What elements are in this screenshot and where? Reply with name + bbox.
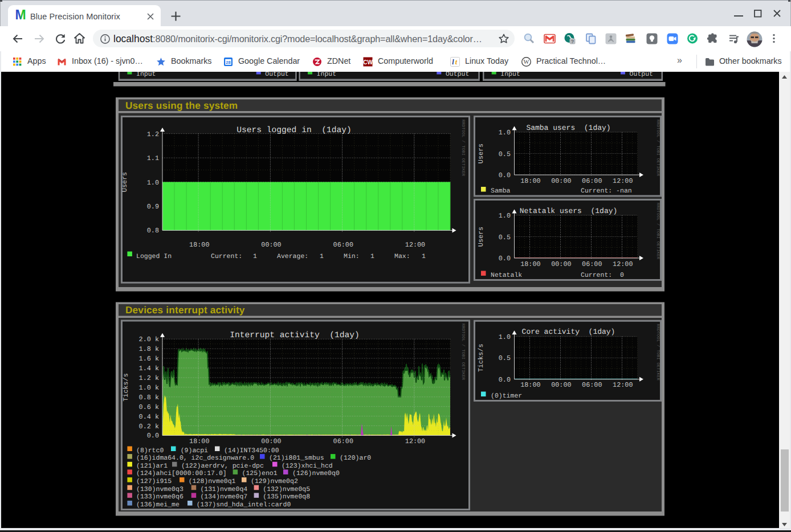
svg-text:1.8 k: 1.8 k bbox=[139, 345, 159, 353]
svg-text:Ticks/s: Ticks/s bbox=[477, 344, 485, 373]
svg-text:Current: -nan: Current: -nan bbox=[581, 187, 632, 195]
svg-text:Logged In: Logged In bbox=[136, 253, 172, 260]
svg-text:1: 1 bbox=[320, 253, 324, 260]
svg-text:0.0: 0.0 bbox=[499, 376, 511, 384]
svg-text:0.8: 0.8 bbox=[147, 227, 159, 235]
svg-text:1.2: 1.2 bbox=[147, 130, 159, 138]
svg-text:12:00: 12:00 bbox=[613, 260, 633, 268]
svg-text:(121)ar1: (121)ar1 bbox=[136, 463, 168, 470]
svg-text:18:00: 18:00 bbox=[520, 260, 540, 268]
svg-text:18:00: 18:00 bbox=[520, 177, 540, 185]
svg-text:(126)nvme0q0: (126)nvme0q0 bbox=[292, 470, 340, 477]
svg-text:06:00: 06:00 bbox=[333, 241, 353, 249]
svg-text:00:00: 00:00 bbox=[551, 177, 571, 185]
svg-text:(137)snd_hda_intel:card0: (137)snd_hda_intel:card0 bbox=[197, 501, 291, 509]
svg-text:RRDTOOL / TOBI OETIKER: RRDTOOL / TOBI OETIKER bbox=[655, 324, 660, 381]
svg-text:1: 1 bbox=[422, 253, 426, 260]
svg-text:00:00: 00:00 bbox=[261, 437, 281, 445]
svg-text:06:00: 06:00 bbox=[582, 260, 602, 268]
svg-text:1.2 k: 1.2 k bbox=[139, 374, 159, 382]
svg-text:Current: 0: Current: 0 bbox=[581, 272, 624, 279]
svg-text:Input: Input bbox=[500, 72, 520, 78]
svg-text:1: 1 bbox=[253, 253, 257, 260]
svg-text:(127)i915: (127)i915 bbox=[136, 478, 172, 485]
svg-text:00:00: 00:00 bbox=[551, 260, 571, 268]
svg-text:(122)aerdrv, pcie-dpc: (122)aerdrv, pcie-dpc bbox=[181, 463, 264, 470]
svg-text:Average:: Average: bbox=[277, 253, 308, 260]
svg-text:1.4 k: 1.4 k bbox=[139, 365, 159, 373]
svg-text:(120)ar0: (120)ar0 bbox=[340, 455, 371, 462]
svg-text:06:00: 06:00 bbox=[333, 437, 353, 445]
svg-text:(132)nvme0q5: (132)nvme0q5 bbox=[263, 486, 310, 493]
svg-text:(16)idma64.0, i2c_designware.0: (16)idma64.0, i2c_designware.0 bbox=[136, 455, 254, 462]
svg-text:28: 28 bbox=[226, 60, 230, 65]
svg-text:Current:: Current: bbox=[211, 253, 242, 260]
svg-text:00:00: 00:00 bbox=[551, 381, 571, 389]
svg-text:Netatalk: Netatalk bbox=[491, 272, 522, 279]
svg-text:0.6 k: 0.6 k bbox=[139, 403, 159, 411]
svg-text:18:00: 18:00 bbox=[189, 437, 209, 445]
svg-text:06:00: 06:00 bbox=[582, 381, 602, 389]
svg-text:Users using the system: Users using the system bbox=[125, 100, 238, 111]
svg-text:0.0: 0.0 bbox=[499, 255, 511, 263]
svg-text:0.9: 0.9 bbox=[147, 203, 159, 211]
svg-text:(125)eno1: (125)eno1 bbox=[242, 470, 278, 477]
svg-text:1.0: 1.0 bbox=[499, 212, 511, 220]
svg-text:RRDTOOL / TOBI OETIKER: RRDTOOL / TOBI OETIKER bbox=[460, 324, 466, 380]
svg-text:06:00: 06:00 bbox=[582, 177, 602, 185]
svg-text:(124)ahci[0000:00:17.0]: (124)ahci[0000:00:17.0] bbox=[136, 470, 227, 477]
svg-text:Interrupt activity (1day): Interrupt activity (1day) bbox=[230, 331, 360, 340]
svg-text:1.0: 1.0 bbox=[147, 179, 159, 187]
svg-text:Min:: Min: bbox=[344, 253, 360, 260]
svg-text:1.0 k: 1.0 k bbox=[139, 384, 159, 392]
svg-text:1.1: 1.1 bbox=[147, 154, 159, 162]
svg-text:1.6 k: 1.6 k bbox=[139, 355, 159, 363]
svg-text:0.5: 0.5 bbox=[499, 234, 511, 242]
svg-text:Users: Users bbox=[477, 144, 485, 163]
svg-text:(135)nvme0q8: (135)nvme0q8 bbox=[263, 493, 310, 501]
svg-text:(131)nvme0q4: (131)nvme0q4 bbox=[200, 486, 247, 493]
svg-text:00:00: 00:00 bbox=[261, 241, 281, 249]
svg-text:(130)nvme0q3: (130)nvme0q3 bbox=[136, 486, 184, 493]
svg-text:(136)mei_me: (136)mei_me bbox=[136, 501, 180, 509]
svg-text:Ticks/s: Ticks/s bbox=[122, 373, 130, 402]
svg-text:Users: Users bbox=[121, 172, 129, 192]
svg-text:0.0: 0.0 bbox=[499, 171, 511, 179]
svg-text:1: 1 bbox=[370, 253, 374, 260]
svg-text:RRDTOOL / TOBI OETIKER: RRDTOOL / TOBI OETIKER bbox=[655, 203, 660, 260]
svg-text:(9)acpi: (9)acpi bbox=[181, 447, 208, 455]
svg-text:1.0: 1.0 bbox=[499, 333, 511, 341]
svg-text:(0)timer: (0)timer bbox=[491, 392, 522, 400]
svg-text:Input: Input bbox=[317, 72, 337, 78]
svg-text:Samba users (1day): Samba users (1day) bbox=[526, 124, 610, 132]
svg-text:(134)nvme0q7: (134)nvme0q7 bbox=[200, 493, 247, 501]
svg-text:18:00: 18:00 bbox=[189, 241, 209, 249]
svg-text:Core activity (1day): Core activity (1day) bbox=[522, 328, 615, 336]
svg-text:(129)nvme0q2: (129)nvme0q2 bbox=[251, 478, 298, 485]
svg-text:Max:: Max: bbox=[394, 253, 410, 260]
svg-text:RRDTOOL / TOBI OETIKER: RRDTOOL / TOBI OETIKER bbox=[460, 120, 466, 177]
svg-text:Input: Input bbox=[136, 72, 156, 78]
svg-text:Output: Output bbox=[630, 72, 653, 78]
svg-text:12:00: 12:00 bbox=[613, 381, 633, 389]
svg-text:Users: Users bbox=[477, 227, 485, 247]
svg-text:0.4 k: 0.4 k bbox=[139, 413, 159, 421]
svg-text:(123)xhci_hcd: (123)xhci_hcd bbox=[282, 463, 333, 470]
svg-text:0.5: 0.5 bbox=[499, 150, 511, 158]
svg-text:0.0: 0.0 bbox=[147, 432, 159, 440]
svg-text:18:00: 18:00 bbox=[520, 381, 540, 389]
svg-text:0.8 k: 0.8 k bbox=[139, 394, 159, 402]
svg-text:(8)rtc0: (8)rtc0 bbox=[136, 447, 164, 455]
svg-text:(21)i801_smbus: (21)i801_smbus bbox=[269, 455, 324, 462]
svg-text:CW: CW bbox=[363, 59, 373, 66]
svg-text:(128)nvme0q1: (128)nvme0q1 bbox=[189, 478, 236, 485]
svg-text:12:00: 12:00 bbox=[405, 241, 425, 249]
svg-text:12:00: 12:00 bbox=[405, 437, 425, 445]
svg-text:?: ? bbox=[571, 39, 574, 44]
svg-text:(133)nvme0q6: (133)nvme0q6 bbox=[136, 493, 184, 501]
svg-text:M: M bbox=[15, 9, 26, 21]
svg-text:0.2 k: 0.2 k bbox=[139, 423, 159, 431]
svg-text:W: W bbox=[524, 59, 529, 65]
svg-text:1.0: 1.0 bbox=[499, 129, 511, 137]
svg-text:Output: Output bbox=[446, 72, 469, 78]
